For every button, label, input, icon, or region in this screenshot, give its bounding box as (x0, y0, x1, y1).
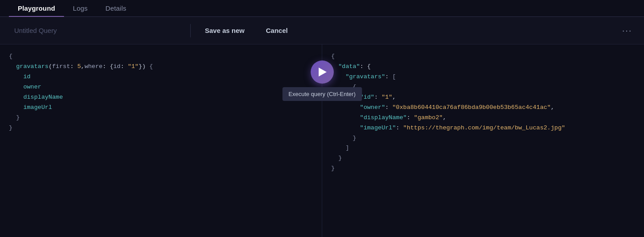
tab-details[interactable]: Details (96, 1, 135, 16)
result-line: "data": { (331, 62, 635, 72)
code-line: { (9, 52, 313, 62)
result-line: ] (331, 143, 635, 153)
result-line: { (331, 82, 635, 92)
code-line: id (9, 72, 313, 82)
result-line: "owner": "0xba8b604410ca76af86bda9b00eb5… (331, 103, 635, 113)
tab-bar: Playground Logs Details (0, 0, 644, 17)
code-line: owner (9, 82, 313, 92)
save-as-new-button[interactable]: Save as new (194, 23, 255, 38)
code-line: displayName (9, 92, 313, 103)
code-line: } (9, 123, 313, 133)
result-line: { (331, 52, 635, 62)
result-panel: { "data": { "gravatars": [ { "id": "1", … (322, 44, 644, 237)
tab-playground[interactable]: Playground (9, 1, 64, 16)
more-options-button[interactable]: ··· (619, 23, 635, 39)
code-line: gravatars(first: 5,where: {id: "1"}) { (9, 62, 313, 72)
result-line: } (331, 153, 635, 164)
tab-logs[interactable]: Logs (64, 1, 96, 16)
result-line: } (331, 133, 635, 144)
editor-panel[interactable]: { gravatars(first: 5,where: {id: "1"}) {… (0, 44, 322, 237)
code-line: } (9, 113, 313, 123)
main-content: { gravatars(first: 5,where: {id: "1"}) {… (0, 44, 644, 237)
result-line: } (331, 164, 635, 174)
result-line: "imageUrl": "https://thegraph.com/img/te… (331, 123, 635, 133)
query-name-input[interactable] (9, 22, 187, 39)
toolbar: Save as new Cancel ··· (0, 17, 644, 44)
cancel-button[interactable]: Cancel (255, 23, 298, 38)
result-line: "id": "1", (331, 92, 635, 103)
execute-query-button[interactable] (311, 60, 334, 84)
code-line: imageUrl (9, 103, 313, 113)
result-line: "gravatars": [ (331, 72, 635, 82)
toolbar-separator (190, 24, 191, 37)
result-line: "displayName": "gambo2", (331, 113, 635, 123)
